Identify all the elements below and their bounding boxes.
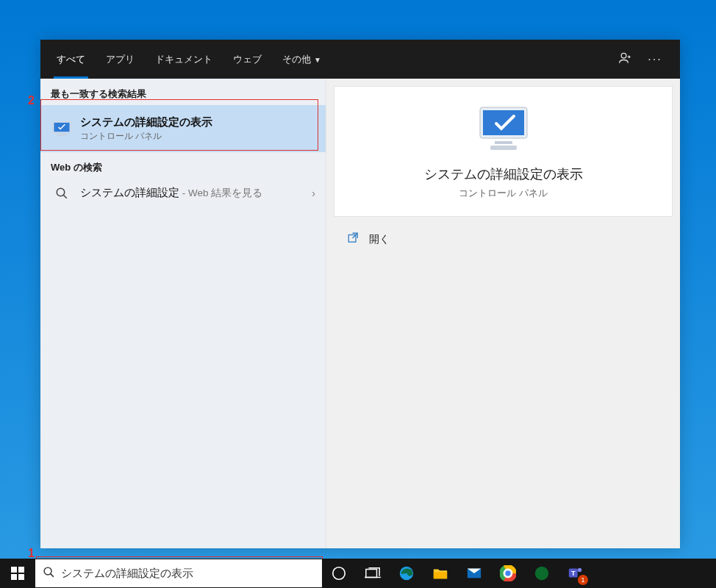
results-list: 最も一致する検索結果 システムの詳細設定の表示 コントロール パネル Web の… (40, 79, 326, 548)
web-result-tail: - Web 結果を見る (179, 187, 262, 198)
teams-button[interactable]: T 1 (559, 559, 593, 588)
svg-point-10 (44, 567, 51, 575)
mail-button[interactable] (457, 559, 491, 588)
tab-web[interactable]: ウェブ (223, 40, 272, 79)
detail-title: システムの詳細設定の表示 (349, 165, 657, 183)
result-title: システムの詳細設定の表示 (80, 115, 315, 129)
svg-rect-7 (495, 141, 512, 144)
open-label: 開く (369, 233, 390, 246)
detail-card: システムの詳細設定の表示 コントロール パネル (334, 86, 673, 217)
detail-subtitle: コントロール パネル (349, 187, 657, 200)
search-icon (43, 566, 55, 581)
tab-all[interactable]: すべて (46, 40, 96, 79)
svg-rect-14 (434, 572, 447, 578)
windows-logo-icon (11, 567, 24, 580)
file-explorer-button[interactable] (423, 559, 457, 588)
svg-text:T: T (571, 570, 576, 577)
teams-badge: 1 (578, 575, 588, 585)
search-tabs-header: すべて アプリ ドキュメント ウェブ その他▼ ··· (40, 40, 680, 79)
taskbar: T 1 (0, 559, 716, 588)
svg-point-11 (333, 567, 346, 580)
control-panel-icon (51, 112, 73, 145)
svg-point-20 (505, 570, 510, 576)
taskbar-search-box[interactable] (35, 559, 322, 587)
app-button[interactable] (525, 559, 559, 588)
result-subtitle: コントロール パネル (80, 130, 315, 143)
svg-rect-3 (57, 135, 67, 136)
open-icon (347, 232, 360, 247)
web-search-header: Web の検索 (40, 152, 326, 179)
search-icon (51, 187, 73, 200)
task-view-button[interactable] (356, 559, 390, 588)
edge-button[interactable] (390, 559, 423, 588)
start-button[interactable] (0, 559, 35, 588)
svg-point-21 (535, 567, 548, 580)
detail-pane: システムの詳細設定の表示 コントロール パネル 開く (326, 79, 680, 548)
svg-point-24 (578, 568, 582, 573)
svg-rect-12 (366, 570, 377, 578)
chevron-down-icon: ▼ (314, 56, 321, 64)
search-results-panel: すべて アプリ ドキュメント ウェブ その他▼ ··· 最も一致する検索結果 (40, 40, 680, 548)
tab-apps[interactable]: アプリ (96, 40, 145, 79)
chrome-button[interactable] (491, 559, 525, 588)
more-options-icon[interactable]: ··· (640, 53, 670, 66)
control-panel-large-icon (473, 104, 534, 151)
svg-rect-8 (490, 146, 517, 150)
svg-rect-6 (483, 110, 524, 135)
search-input[interactable] (61, 567, 321, 580)
open-action[interactable]: 開く (334, 220, 673, 259)
svg-point-0 (621, 53, 626, 58)
chevron-right-icon: › (312, 187, 315, 199)
tab-more[interactable]: その他▼ (272, 40, 332, 79)
tab-documents[interactable]: ドキュメント (145, 40, 223, 79)
web-search-result[interactable]: システムの詳細設定 - Web 結果を見る › (40, 179, 326, 207)
web-result-query: システムの詳細設定 (80, 187, 179, 198)
tab-more-label: その他 (282, 54, 311, 65)
cortana-button[interactable] (322, 559, 356, 588)
annotation-number-2: 2 (28, 94, 35, 107)
svg-point-4 (57, 188, 65, 196)
best-match-result[interactable]: システムの詳細設定の表示 コントロール パネル (40, 105, 326, 152)
best-match-header: 最も一致する検索結果 (40, 79, 326, 105)
feedback-icon[interactable] (611, 51, 640, 68)
